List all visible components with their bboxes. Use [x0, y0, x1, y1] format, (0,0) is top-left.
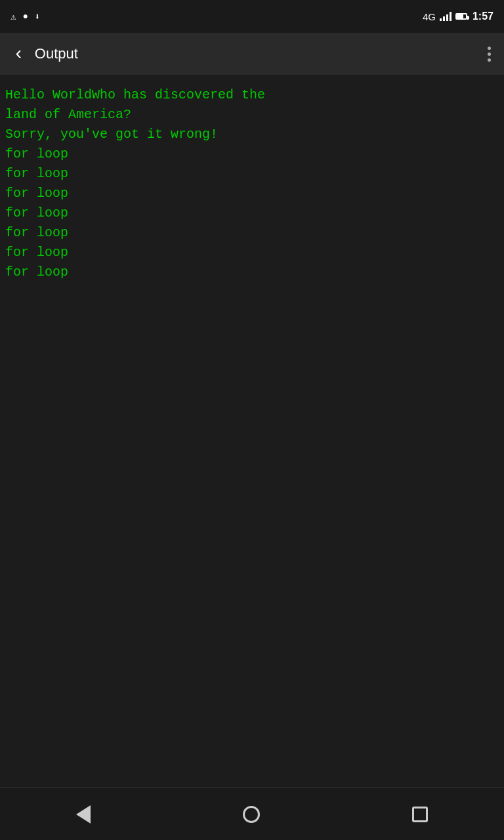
battery-icon	[455, 13, 467, 20]
output-content: Hello WorldWho has discovered the land o…	[0, 75, 504, 788]
back-button[interactable]: ‹	[8, 39, 30, 70]
nav-home-icon	[243, 806, 260, 823]
nav-back-button[interactable]	[56, 799, 110, 830]
nav-recents-icon	[412, 807, 428, 822]
network-type: 4G	[423, 11, 436, 22]
nav-home-button[interactable]	[223, 799, 280, 830]
more-options-button[interactable]	[482, 41, 496, 67]
more-icon	[488, 47, 491, 62]
status-bar-left: ⚠ ● ⬇	[10, 11, 40, 22]
download-icon: ⬇	[35, 11, 40, 22]
status-bar: ⚠ ● ⬇ 4G 1:57	[0, 0, 504, 33]
nav-bar	[0, 788, 504, 840]
signal-icon	[440, 12, 452, 21]
app-bar: ‹ Output	[0, 33, 504, 75]
time-display: 1:57	[472, 10, 494, 22]
circle-icon: ●	[22, 11, 28, 22]
nav-recents-button[interactable]	[392, 800, 448, 829]
status-bar-right: 4G 1:57	[423, 10, 494, 22]
page-title: Output	[35, 45, 482, 62]
output-text-block: Hello WorldWho has discovered the land o…	[5, 85, 499, 282]
back-icon: ‹	[13, 44, 24, 64]
warning-icon: ⚠	[10, 11, 16, 22]
nav-back-icon	[76, 805, 91, 824]
